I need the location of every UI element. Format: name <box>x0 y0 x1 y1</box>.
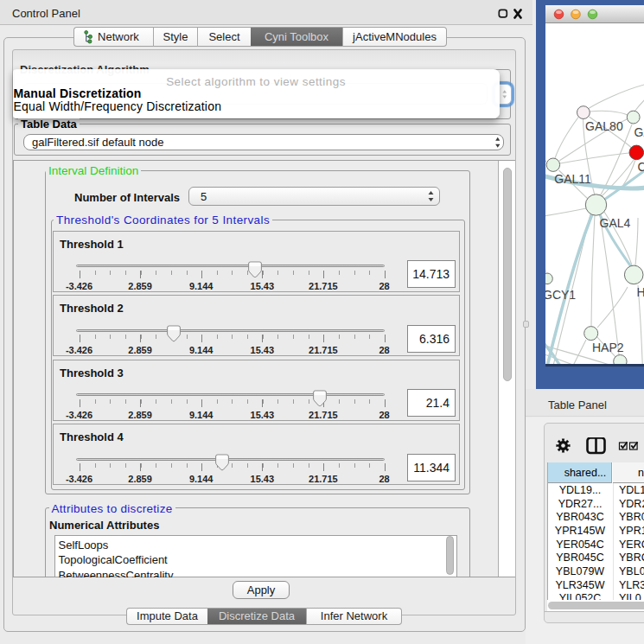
svg-text:HAP1: HAP1 <box>637 285 644 299</box>
svg-text:GCY1: GCY1 <box>545 288 576 302</box>
svg-text:GAL80: GAL80 <box>585 119 623 133</box>
svg-text:GAL11: GAL11 <box>554 172 591 186</box>
svg-text:HAP2: HAP2 <box>592 341 624 354</box>
svg-text:GAL4: GAL4 <box>600 216 631 230</box>
svg-text:CDC1: CDC1 <box>638 160 644 174</box>
svg-text:GAL2: GAL2 <box>634 125 644 139</box>
